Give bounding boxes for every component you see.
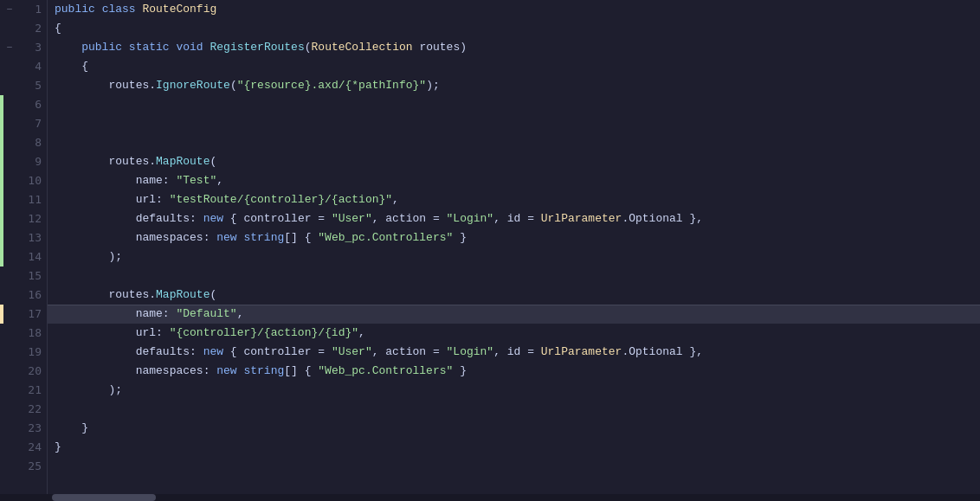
- fold-mark: [3, 95, 16, 114]
- code-line: }: [55, 438, 980, 457]
- line-number: 16: [16, 286, 42, 305]
- code-line: );: [55, 381, 980, 400]
- line-number: 19: [16, 343, 42, 362]
- line-number: 22: [16, 400, 42, 419]
- line-number: 11: [16, 190, 42, 209]
- scrollbar-thumb[interactable]: [52, 494, 156, 501]
- line-number: 24: [16, 438, 42, 457]
- code-line: routes.MapRoute(: [55, 152, 980, 171]
- code-line: defaults: new { controller = "User", act…: [55, 343, 980, 362]
- code-line: namespaces: new string[] { "Web_pc.Contr…: [55, 228, 980, 247]
- fold-mark: [3, 171, 16, 190]
- line-number: 3: [16, 38, 42, 57]
- code-line: url: "testRoute/{controller}/{action}",: [55, 190, 980, 209]
- code-area[interactable]: public class RouteConfig{ public static …: [48, 0, 980, 494]
- fold-mark: [3, 19, 16, 38]
- fold-mark: [3, 209, 16, 228]
- line-number: 20: [16, 362, 42, 381]
- fold-mark: [3, 133, 16, 152]
- fold-mark: [3, 267, 16, 286]
- code-line: url: "{controller}/{action}/{id}",: [55, 324, 980, 343]
- line-number: 21: [16, 381, 42, 400]
- fold-mark: [3, 324, 16, 343]
- code-line: public static void RegisterRoutes(RouteC…: [55, 38, 980, 57]
- fold-mark: [3, 343, 16, 362]
- code-line: name: "Test",: [55, 171, 980, 190]
- line-number: 6: [16, 95, 42, 114]
- code-line: [55, 133, 980, 152]
- line-number: 23: [16, 419, 42, 438]
- fold-mark: [3, 152, 16, 171]
- fold-mark: [3, 190, 16, 209]
- fold-mark: [3, 400, 16, 419]
- line-number: 17: [16, 305, 42, 324]
- fold-mark: [3, 57, 16, 76]
- code-line: routes.IgnoreRoute("{resource}.axd/{*pat…: [55, 76, 980, 95]
- fold-mark: [3, 381, 16, 400]
- code-line: name: "Default",: [48, 305, 980, 324]
- fold-mark: [3, 362, 16, 381]
- code-line: [55, 114, 980, 133]
- fold-gutter: −−: [3, 0, 16, 494]
- line-number: 5: [16, 76, 42, 95]
- line-number: 18: [16, 324, 42, 343]
- line-number: 8: [16, 133, 42, 152]
- line-number: 10: [16, 171, 42, 190]
- line-number: 9: [16, 152, 42, 171]
- line-number: 4: [16, 57, 42, 76]
- code-line: [55, 267, 980, 286]
- line-numbers: 1234567891011121314151617181920212223242…: [16, 0, 47, 494]
- fold-mark[interactable]: −: [3, 0, 16, 19]
- fold-mark: [3, 286, 16, 305]
- code-line: [55, 95, 980, 114]
- line-number: 25: [16, 457, 42, 476]
- code-line: }: [55, 419, 980, 438]
- line-number: 14: [16, 247, 42, 267]
- fold-mark: [3, 247, 16, 267]
- line-number: 7: [16, 114, 42, 133]
- code-line: [55, 400, 980, 419]
- code-line: );: [55, 247, 980, 267]
- code-editor: −− 1234567891011121314151617181920212223…: [0, 0, 980, 501]
- fold-mark: [3, 114, 16, 133]
- fold-mark: [3, 419, 16, 438]
- line-number: 15: [16, 267, 42, 286]
- fold-mark: [3, 305, 16, 324]
- line-number: 1: [16, 0, 42, 19]
- code-line: defaults: new { controller = "User", act…: [55, 209, 980, 228]
- code-line: [55, 457, 980, 476]
- fold-mark[interactable]: −: [3, 38, 16, 57]
- code-line: public class RouteConfig: [55, 0, 980, 19]
- line-number: 13: [16, 228, 42, 247]
- fold-mark: [3, 457, 16, 476]
- line-number: 2: [16, 19, 42, 38]
- fold-mark: [3, 438, 16, 457]
- code-line: {: [55, 57, 980, 76]
- horizontal-scrollbar[interactable]: [0, 494, 980, 501]
- code-line: namespaces: new string[] { "Web_pc.Contr…: [55, 362, 980, 381]
- fold-mark: [3, 228, 16, 247]
- code-line: routes.MapRoute(: [55, 286, 980, 305]
- line-number: 12: [16, 209, 42, 228]
- code-line: {: [55, 19, 980, 38]
- fold-mark: [3, 76, 16, 95]
